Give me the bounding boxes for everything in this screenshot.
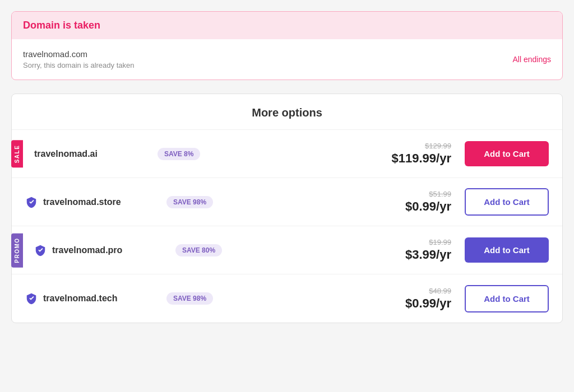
price-section-tech: $48.99 $0.99/yr (373, 287, 451, 311)
page-wrapper: Domain is taken travelnomad.com Sorry, t… (11, 11, 563, 323)
current-price-ai: $119.99/yr (392, 151, 451, 165)
taken-domain-name: travelnomad.com (23, 49, 134, 59)
price-section-ai: $129.99 $119.99/yr (373, 142, 451, 166)
original-price-ai: $129.99 (373, 142, 451, 150)
domain-row-ai: SALE travelnomad.ai SAVE 8% $129.99 $119… (12, 130, 562, 178)
save-badge-store: SAVE 98% (166, 196, 213, 208)
add-to-cart-tech[interactable]: Add to Cart (465, 285, 549, 312)
domain-taken-title: Domain is taken (23, 20, 551, 31)
sale-label: SALE (11, 140, 23, 167)
add-to-cart-pro[interactable]: Add to Cart (465, 237, 549, 263)
domain-row-pro: PROMO travelnomad.pro SAVE 80% $19.99 $3… (12, 226, 562, 274)
domain-taken-card: Domain is taken travelnomad.com Sorry, t… (11, 11, 563, 80)
original-price-tech: $48.99 (373, 287, 451, 295)
domain-taken-info: travelnomad.com Sorry, this domain is al… (23, 49, 134, 69)
original-price-pro: $19.99 (373, 238, 451, 246)
promo-label: PROMO (11, 233, 23, 267)
save-badge-tech: SAVE 98% (166, 292, 213, 305)
domain-row-tech: travelnomad.tech SAVE 98% $48.99 $0.99/y… (12, 274, 562, 323)
save-badge-pro: SAVE 80% (175, 244, 222, 256)
current-price-tech: $0.99/yr (405, 296, 451, 310)
current-price-store: $0.99/yr (405, 199, 451, 213)
domain-taken-header: Domain is taken (12, 12, 562, 39)
domain-name-pro: travelnomad.pro (52, 245, 164, 255)
taken-domain-message: Sorry, this domain is already taken (23, 61, 134, 69)
save-badge-ai: SAVE 8% (158, 148, 200, 160)
add-to-cart-ai[interactable]: Add to Cart (465, 141, 549, 166)
domain-name-ai: travelnomad.ai (34, 149, 146, 159)
add-to-cart-store[interactable]: Add to Cart (465, 188, 549, 216)
price-section-store: $51.99 $0.99/yr (373, 190, 451, 214)
domain-name-tech: travelnomad.tech (43, 293, 155, 304)
domain-taken-body: travelnomad.com Sorry, this domain is al… (12, 39, 562, 80)
original-price-store: $51.99 (373, 190, 451, 198)
domain-name-store: travelnomad.store (43, 197, 155, 207)
all-endings-link[interactable]: All endings (513, 55, 552, 64)
more-options-title: More options (12, 94, 562, 130)
price-section-pro: $19.99 $3.99/yr (373, 238, 451, 262)
domain-row-store: travelnomad.store SAVE 98% $51.99 $0.99/… (12, 178, 562, 226)
shield-icon-store (25, 196, 38, 208)
shield-icon-tech (25, 292, 38, 305)
shield-icon-pro (34, 244, 47, 256)
current-price-pro: $3.99/yr (405, 248, 451, 262)
more-options-card: More options SALE travelnomad.ai SAVE 8%… (11, 94, 563, 323)
